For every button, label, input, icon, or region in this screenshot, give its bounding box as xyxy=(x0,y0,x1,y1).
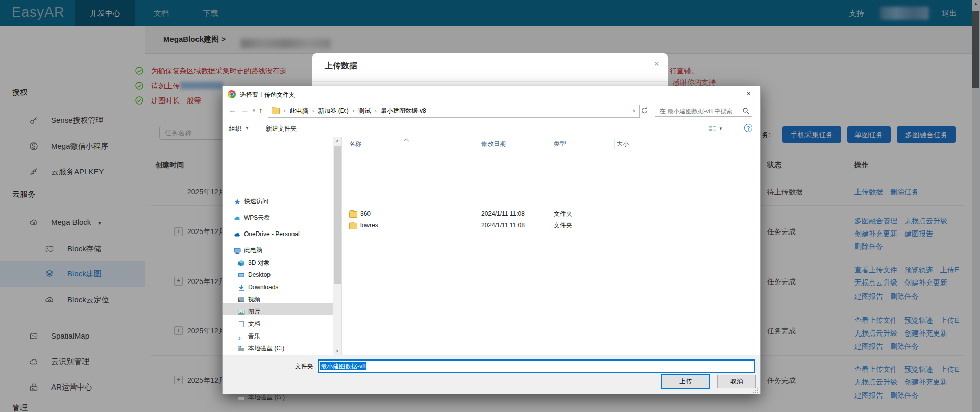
tree-item-documents[interactable]: 文档 xyxy=(238,318,260,329)
up-arrow-icon[interactable]: ↑ xyxy=(259,106,263,114)
music-icon: ♪ xyxy=(238,332,245,340)
modal-header-divider xyxy=(312,81,668,82)
tree-item-this-pc[interactable]: 此电脑 xyxy=(234,245,262,256)
tree-item-drive-c[interactable]: 本地磁盘 (C:) xyxy=(238,343,284,354)
organize-dropdown-icon[interactable]: ▼ xyxy=(245,126,249,131)
tree-item-label: Downloads xyxy=(248,284,278,291)
cloud-icon xyxy=(234,230,241,238)
tree-item-pictures[interactable]: 图片 xyxy=(238,306,260,317)
col-header-type[interactable]: 类型 xyxy=(554,140,566,148)
tree-item-downloads[interactable]: Downloads xyxy=(238,281,278,293)
col-header-date[interactable]: 修改日期 xyxy=(481,140,506,148)
refresh-icon[interactable] xyxy=(641,107,648,116)
file-name: 360 xyxy=(360,208,371,219)
modal-title: 上传数据 xyxy=(325,61,357,71)
folder-icon xyxy=(349,211,357,218)
help-icon[interactable]: ? xyxy=(744,124,752,132)
dialog-nav-row: ← → ∨ ↑ › 此电脑 › 新加卷 (D:) › 测试 › 最小建图数据-v… xyxy=(223,102,760,120)
tree-item-label: 3D 对象 xyxy=(248,259,270,266)
addr-drive-d[interactable]: 新加卷 (D:) xyxy=(318,107,348,115)
view-dropdown-icon[interactable]: ▼ xyxy=(719,126,723,131)
tree-item-desktop[interactable]: Desktop xyxy=(238,269,271,280)
file-name: lowres xyxy=(360,220,378,231)
film-icon xyxy=(238,296,245,303)
breadcrumb-separator: › xyxy=(353,108,355,114)
computer-icon xyxy=(234,247,241,254)
desktop-icon xyxy=(238,271,245,278)
tree-item-label: 音乐 xyxy=(248,332,260,340)
scroll-down-icon[interactable]: ∨ xyxy=(333,349,341,353)
tree-item-label: 本地磁盘 (C:) xyxy=(248,345,284,352)
file-type: 文件夹 xyxy=(554,208,572,219)
file-picker-dialog: 选择要上传的文件夹 × ← → ∨ ↑ › 此电脑 › 新加卷 (D:) › 测… xyxy=(222,86,761,394)
history-dropdown-icon[interactable]: ∨ xyxy=(252,108,256,113)
file-row-lowres[interactable]: lowres 2024/1/11 11:08 文件夹 xyxy=(223,220,760,231)
file-type: 文件夹 xyxy=(554,220,572,231)
screen: EasyAR 开发中心 文档 下载 支持 退出 授权 Sense授权管理 Meg… xyxy=(0,0,980,412)
new-folder-button[interactable]: 新建文件夹 xyxy=(266,124,297,133)
download-icon xyxy=(238,284,245,291)
dialog-toolbar: 组织 ▼ 新建文件夹 ▼ ? xyxy=(223,120,760,138)
column-separator[interactable] xyxy=(476,139,476,149)
dialog-title: 选择要上传的文件夹 xyxy=(240,91,295,99)
tree-item-label: 快速访问 xyxy=(244,198,268,205)
search-input[interactable]: 在 最小建图数据-v8 中搜索 xyxy=(655,105,752,117)
column-separator[interactable] xyxy=(614,139,615,149)
close-icon[interactable]: × xyxy=(654,59,659,69)
breadcrumb-separator: › xyxy=(375,108,377,114)
view-mode-icon[interactable] xyxy=(708,125,717,134)
tree-item-label: 图片 xyxy=(248,308,260,315)
address-dropdown-icon[interactable]: ∨ xyxy=(632,105,636,116)
tree-item-label: 本地磁盘 (G:) xyxy=(248,394,285,401)
breadcrumb-separator: › xyxy=(284,108,286,114)
organize-menu[interactable]: 组织 xyxy=(229,124,241,133)
folder-field-label: 文件夹: xyxy=(284,362,315,371)
search-icon xyxy=(742,107,749,116)
cube-icon xyxy=(238,259,245,266)
file-date: 2024/1/11 11:08 xyxy=(481,220,525,231)
addr-this-pc[interactable]: 此电脑 xyxy=(290,107,308,115)
dialog-titlebar[interactable]: 选择要上传的文件夹 × xyxy=(223,86,760,102)
addr-test-folder[interactable]: 测试 xyxy=(358,107,371,115)
tree-item-label: 文档 xyxy=(248,320,260,327)
sort-caret-icon xyxy=(403,136,409,143)
breadcrumb-separator: › xyxy=(312,108,314,114)
column-separator[interactable] xyxy=(671,139,671,149)
folder-icon xyxy=(349,223,357,229)
dialog-close-icon[interactable]: × xyxy=(737,86,760,101)
folder-name-input[interactable]: 最小建图数据-v8 xyxy=(318,359,755,373)
file-date: 2024/1/11 11:08 xyxy=(481,208,525,219)
selected-text: 最小建图数据-v8 xyxy=(320,362,366,370)
col-header-name[interactable]: 名称 xyxy=(349,140,361,148)
tree-item-music[interactable]: ♪ 音乐 xyxy=(238,330,260,342)
cancel-button[interactable]: 取消 xyxy=(717,375,756,388)
dialog-body: 快速访问 WPS云盘 OneDrive - Personal 此电脑 3D 对象… xyxy=(223,137,760,355)
tree-item-3d-objects[interactable]: 3D 对象 xyxy=(238,257,270,268)
tree-item-label: 视频 xyxy=(248,296,260,303)
tree-scrollbar[interactable]: ∧ ∨ xyxy=(333,137,341,355)
upload-button[interactable]: 上传 xyxy=(661,374,710,389)
star-icon xyxy=(234,198,241,205)
col-header-size[interactable]: 大小 xyxy=(617,140,629,148)
forward-arrow-icon[interactable]: → xyxy=(241,106,249,114)
addr-current-folder[interactable]: 最小建图数据-v8 xyxy=(381,107,426,115)
os-disk-icon xyxy=(238,345,245,352)
tree-item-label: Desktop xyxy=(248,271,271,278)
tree-item-quick-access[interactable]: 快速访问 xyxy=(234,196,268,207)
file-row-360[interactable]: 360 2024/1/11 11:08 文件夹 xyxy=(223,208,760,219)
resize-grip[interactable] xyxy=(753,387,759,393)
disk-icon xyxy=(238,394,245,401)
tree-item-label: 此电脑 xyxy=(244,247,262,254)
folder-icon xyxy=(272,108,280,114)
chrome-icon xyxy=(228,90,236,98)
scroll-up-icon[interactable]: ∧ xyxy=(333,139,341,143)
pane-divider xyxy=(341,137,342,355)
back-arrow-icon[interactable]: ← xyxy=(229,106,236,114)
tree-item-videos[interactable]: 视频 xyxy=(238,294,260,305)
dialog-footer: 文件夹: 最小建图数据-v8 上传 取消 xyxy=(223,355,760,394)
document-icon xyxy=(238,320,245,327)
address-bar[interactable]: › 此电脑 › 新加卷 (D:) › 测试 › 最小建图数据-v8 ∨ xyxy=(268,105,640,118)
column-separator[interactable] xyxy=(551,139,551,149)
picture-icon xyxy=(238,308,245,315)
tree-item-label: OneDrive - Personal xyxy=(244,230,300,238)
